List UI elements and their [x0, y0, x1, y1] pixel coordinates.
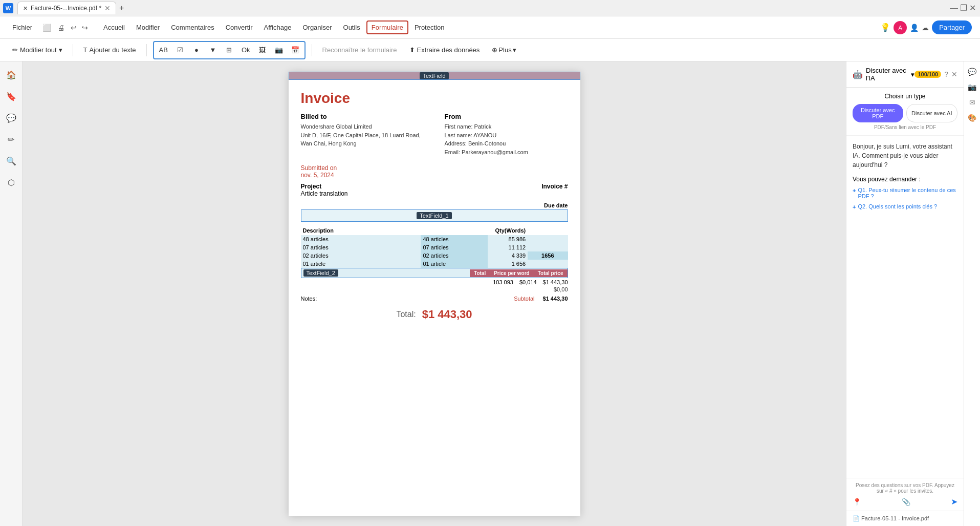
chevron-down-icon2: ▾	[513, 46, 516, 54]
textfield1-overlay[interactable]: TextField_1	[301, 209, 568, 222]
undo-btn[interactable]: ↩	[69, 23, 79, 33]
textfield1-label: TextField_1	[417, 212, 451, 219]
words-total: 103 093	[493, 279, 513, 285]
chevron-down-icon: ▾	[59, 46, 62, 54]
ai-icon: 🤖	[853, 70, 863, 79]
row1-val	[528, 235, 568, 243]
location-icon[interactable]: 📍	[853, 498, 861, 506]
camera-tool[interactable]: 📷	[272, 43, 286, 57]
subtotal-val: $1 443,30	[543, 296, 568, 302]
extraire-btn[interactable]: ⬆ Extraire des données	[405, 44, 484, 56]
listbox-tool[interactable]: ⊞	[222, 43, 236, 57]
from-label: From	[445, 113, 568, 120]
ajouter-texte-btn[interactable]: T Ajouter du texte	[79, 44, 140, 56]
sidebar-item-comment[interactable]: 💬	[2, 109, 20, 127]
menu-protection[interactable]: Protection	[409, 20, 450, 34]
avatar-icon[interactable]: A	[894, 21, 907, 34]
due-date-label: Due date	[301, 202, 568, 208]
chat-icon[interactable]: 💬	[966, 66, 978, 78]
close-btn[interactable]: ✕	[969, 3, 976, 13]
due-date-container: Due date TextField_1	[301, 202, 568, 222]
file-icon: 📄	[853, 515, 861, 521]
menu-modifier[interactable]: Modifier	[131, 20, 165, 34]
tab-close-btn[interactable]: ✕	[104, 4, 111, 12]
plus-btn[interactable]: ⊕ Plus ▾	[488, 44, 520, 56]
sidebar-item-bookmark[interactable]: 🔖	[2, 87, 20, 106]
pdf-note: PDF/Sans lien avec le PDF	[853, 124, 957, 130]
textfield-tool[interactable]: AB	[156, 43, 171, 57]
textfield2-overlay[interactable]: TextField_2 Total Price per word Total p…	[301, 268, 568, 278]
table-row: 48 articles 48 articles 85 986	[301, 235, 568, 243]
send-icon[interactable]: ➤	[951, 497, 957, 507]
checkbox-tool[interactable]: ☑	[173, 43, 187, 57]
radio-tool[interactable]: ●	[189, 43, 204, 57]
close-panel-icon[interactable]: ✕	[951, 70, 957, 78]
ai-chat-title: 🤖 Discuter avec l'IA ▾	[853, 67, 914, 82]
row4-val	[528, 260, 568, 268]
camera2-icon[interactable]: 📷	[966, 81, 978, 93]
menu-commentaires[interactable]: Commentaires	[166, 20, 220, 34]
row1-qty: 48 articles	[421, 235, 488, 243]
row4-qty: 01 article	[421, 260, 488, 268]
mail-icon[interactable]: ✉	[967, 96, 977, 109]
invoice-hash-label: Invoice #	[541, 183, 568, 190]
new-tab-btn[interactable]: +	[119, 4, 124, 13]
greeting-text: Bonjour, je suis Lumi, votre assistant I…	[853, 142, 957, 170]
menu-outils[interactable]: Outils	[338, 20, 365, 34]
sidebar-item-search[interactable]: 🔍	[2, 152, 20, 170]
dropdown-tool[interactable]: ▼	[206, 43, 220, 57]
panel-body: Bonjour, je suis Lumi, votre assistant I…	[846, 136, 964, 478]
reconnaitre-btn: Reconnaître le formulaire	[318, 44, 401, 56]
tab-bar: ✕ Facture-05-...Invoice.pdf * ✕ +	[17, 2, 946, 14]
menu-convertir[interactable]: Convertir	[221, 20, 258, 34]
email: Email: Parkerayanou@gmail.com	[445, 148, 568, 157]
image-tool[interactable]: 🖼	[255, 43, 270, 57]
panel-bottom-file: 📄 Facture-05-11 - Invoice.pdf	[846, 511, 964, 526]
pencil-icon: ✏	[12, 46, 18, 54]
suggestion-q1[interactable]: + Q1. Peux-tu résumer le contenu de ces …	[853, 187, 957, 199]
total-header: Total	[470, 269, 490, 277]
window-controls: — ❐ ✕	[946, 3, 980, 13]
sidebar-item-home[interactable]: 🏠	[2, 66, 20, 84]
ai-chat-btn[interactable]: Discuter avec AI	[906, 104, 958, 122]
textfield-overlay-main[interactable]: TextField	[289, 72, 580, 80]
type-buttons: Discuter avec PDF Discuter avec AI	[853, 104, 957, 122]
active-tab[interactable]: ✕ Facture-05-...Invoice.pdf * ✕	[17, 2, 116, 14]
pdf-chat-btn[interactable]: Discuter avec PDF	[853, 104, 903, 122]
menu-accueil[interactable]: Accueil	[98, 20, 130, 34]
sync-icon[interactable]: ☁	[922, 24, 929, 32]
attach-icon[interactable]: 📎	[902, 498, 910, 506]
help-icon[interactable]: ?	[944, 70, 948, 78]
sidebar-item-edit[interactable]: ✏	[2, 130, 20, 149]
chevron-down-chat[interactable]: ▾	[911, 71, 914, 78]
menu-organiser[interactable]: Organiser	[297, 20, 337, 34]
restore-btn[interactable]: ❐	[960, 3, 967, 13]
menu-affichage[interactable]: Affichage	[258, 20, 296, 34]
table-row: 01 article 01 article 1 656	[301, 260, 568, 268]
file-name: Facture-05-11 - Invoice.pdf	[861, 515, 929, 521]
pdf-area[interactable]: TextField Invoice Billed to Wondershare …	[23, 61, 846, 526]
file-menu[interactable]: Fichier	[8, 24, 36, 31]
invoice-table: Description Qty(Words) 48 articles 48 ar…	[301, 226, 568, 268]
print-icon[interactable]: 🖨	[55, 23, 67, 33]
notes-label: Notes:	[301, 296, 317, 302]
minimize-btn[interactable]: —	[950, 4, 958, 13]
profile-icon[interactable]: 👤	[910, 24, 919, 32]
share-button[interactable]: Partager	[932, 20, 972, 34]
sidebar-item-layers[interactable]: ⬡	[2, 173, 20, 192]
row3-val: 1656	[528, 251, 568, 260]
palette-icon[interactable]: 🎨	[966, 112, 978, 124]
lamp-icon[interactable]: 💡	[880, 23, 890, 32]
menu-formulaire[interactable]: Formulaire	[366, 20, 408, 34]
ok-tool[interactable]: Ok	[238, 43, 253, 57]
footer-icons: 📍 📎 ➤	[853, 497, 957, 507]
address2: Address: Benin-Cotonou	[445, 139, 568, 148]
separator-3	[312, 44, 312, 56]
save-icon[interactable]: ⬜	[40, 23, 53, 33]
calendar-tool[interactable]: 📅	[288, 43, 302, 57]
row3-desc: 02 articles	[301, 251, 421, 260]
row4-words: 1 656	[488, 260, 528, 268]
suggestion-q2[interactable]: + Q2. Quels sont les points clés ?	[853, 203, 957, 210]
redo-btn[interactable]: ↪	[80, 23, 90, 33]
modifier-tout-btn[interactable]: ✏ Modifier tout ▾	[8, 44, 67, 56]
